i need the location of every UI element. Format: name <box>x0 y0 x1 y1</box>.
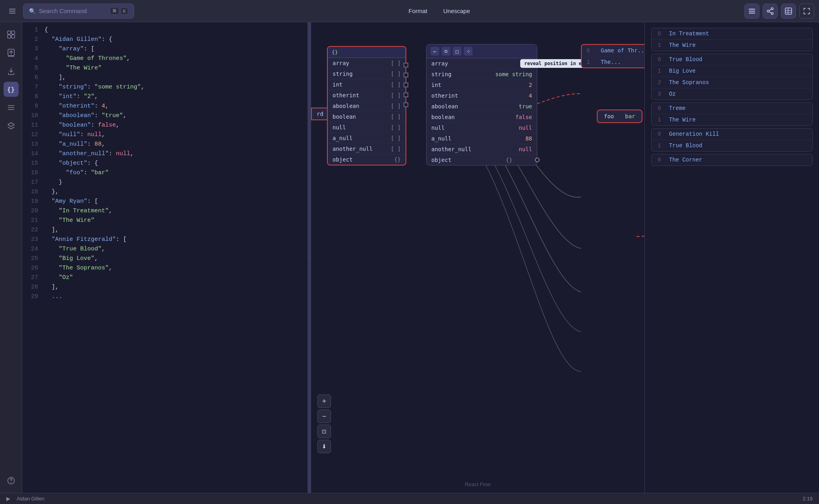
code-line-25: 25 "Big Love", <box>22 254 308 264</box>
svg-rect-0 <box>9 9 15 10</box>
node-back-btn[interactable]: ← <box>431 47 439 56</box>
node-collapse-btn[interactable]: □ <box>453 47 461 56</box>
code-line-27: 27 "Oz" <box>22 273 308 283</box>
expand-icon-btn[interactable] <box>799 4 814 19</box>
code-line-10: 10 "aboolean": "true", <box>22 111 308 121</box>
main-aidan-node[interactable]: {} array[ ] string[ ] int[ ] otherint[ ]… <box>327 46 406 165</box>
right-panel: 0 In Treatment 1 The Wire 0 True Blood 1… <box>644 22 819 493</box>
help-icon[interactable] <box>4 473 19 488</box>
detail-node[interactable]: ← ⧉ □ ⊹ array reveal position in editor … <box>426 44 537 165</box>
download-btn[interactable]: ⬇ <box>317 440 331 453</box>
main-layout: {} 1 <box>0 22 819 493</box>
svg-rect-11 <box>785 8 792 14</box>
zoom-out-btn[interactable]: − <box>317 410 331 423</box>
svg-line-10 <box>769 12 771 13</box>
share-icon-btn[interactable] <box>763 4 778 19</box>
code-line-2: 2 "Aidan Gillen": { <box>22 35 308 44</box>
hamburger-icon-btn[interactable] <box>744 4 759 19</box>
code-line-15: 15 "object": { <box>22 159 308 168</box>
code-editor[interactable]: 1 { 2 "Aidan Gillen": { 3 "array": [ 4 "… <box>22 22 308 493</box>
svg-point-25 <box>11 482 12 483</box>
code-panel: 1 { 2 "Aidan Gillen": { 3 "array": [ 4 "… <box>22 22 308 493</box>
treme-thewire-node[interactable]: 0 Treme 1 The Wire <box>651 102 813 126</box>
svg-line-9 <box>769 9 771 11</box>
table-icon-btn[interactable] <box>781 4 796 19</box>
code-line-8: 8 "int": "2", <box>22 92 308 102</box>
code-line-21: 21 "The Wire" <box>22 216 308 225</box>
download-icon[interactable] <box>4 63 19 79</box>
code-line-26: 26 "The Sopranos", <box>22 264 308 273</box>
the-corner-node[interactable]: 0 The Corner <box>651 154 813 166</box>
cursor-position: 2:19 <box>803 496 813 502</box>
svg-point-6 <box>771 8 773 10</box>
code-line-7: 7 "string": "some string", <box>22 83 308 92</box>
svg-rect-5 <box>749 13 755 13</box>
code-line-6: 6 ], <box>22 73 308 83</box>
svg-rect-1 <box>9 11 15 12</box>
code-line-4: 4 "Game of Thrones", <box>22 54 308 63</box>
zoom-controls: + − ⊡ ⬇ <box>317 394 331 453</box>
current-name: Aidan Gillen <box>17 496 44 502</box>
toolbar-center: Format Unescape <box>137 5 741 17</box>
search-icon: 🔍 <box>29 8 36 14</box>
code-line-29: 29 ... <box>22 292 308 302</box>
code-line-18: 18 }, <box>22 187 308 197</box>
code-line-11: 11 "boolean": false, <box>22 121 308 130</box>
toolbar: 🔍 Search Command ⌘ K Format Unescape <box>0 0 819 22</box>
unescape-button[interactable]: Unescape <box>440 5 473 17</box>
cmd-key: ⌘ <box>110 7 119 15</box>
code-line-22: 22 ], <box>22 225 308 235</box>
generation-kill-node[interactable]: 0 Generation Kill 1 True Blood <box>651 128 813 152</box>
list-icon[interactable] <box>4 100 19 115</box>
svg-rect-18 <box>12 35 15 38</box>
upload-icon[interactable] <box>4 45 19 60</box>
code-line-13: 13 "a_null": 88, <box>22 140 308 149</box>
search-command-input[interactable]: 🔍 Search Command ⌘ K <box>23 4 134 19</box>
amy-ryan-node[interactable]: 0 In Treatment 1 The Wire <box>651 28 813 51</box>
code-line-28: 28 ], <box>22 283 308 292</box>
node-copy-btn[interactable]: ⧉ <box>442 47 450 56</box>
code-line-3: 3 "array": [ <box>22 44 308 54</box>
code-line-14: 14 "another_null": null, <box>22 149 308 159</box>
code-line-24: 24 "True Blood", <box>22 244 308 254</box>
layout-icon[interactable] <box>4 27 19 42</box>
code-line-23: 23 "Annie Fitzgerald": [ <box>22 235 308 244</box>
code-line-12: 12 "null": null, <box>22 130 308 140</box>
fit-view-btn[interactable]: ⊡ <box>317 425 331 438</box>
node-brace-icon: {} <box>332 49 338 55</box>
foo-bar-node[interactable]: foo bar <box>597 110 642 123</box>
code-line-9: 9 "otherint": 4, <box>22 102 308 111</box>
svg-rect-17 <box>8 35 11 38</box>
svg-rect-4 <box>749 11 755 12</box>
react-flow-label: React Flow <box>465 481 490 487</box>
code-line-19: 19 "Amy Ryan": [ <box>22 197 308 206</box>
svg-rect-16 <box>12 31 15 34</box>
svg-point-7 <box>767 10 769 12</box>
svg-rect-2 <box>9 13 15 13</box>
toolbar-right <box>744 4 814 19</box>
code-line-16: 16 "foo": "bar" <box>22 168 308 178</box>
code-line-1: 1 { <box>22 25 308 35</box>
node-focus-btn[interactable]: ⊹ <box>464 47 473 56</box>
search-text: Search Command <box>39 8 107 14</box>
array-top-node[interactable]: 0 Game of Thr... 1 The... <box>581 44 644 68</box>
svg-rect-3 <box>749 9 755 10</box>
resize-handle[interactable]: ⋮ <box>308 22 311 493</box>
sidebar-icons: {} <box>0 22 22 493</box>
braces-icon[interactable]: {} <box>4 82 19 97</box>
svg-point-8 <box>771 12 773 14</box>
code-line-5: 5 "The Wire" <box>22 63 308 73</box>
code-line-20: 20 "In Treatment", <box>22 206 308 216</box>
k-key: K <box>121 8 128 15</box>
annie-fitzgerald-node[interactable]: 0 True Blood 1 Big Love 2 The Sopranos 3… <box>651 54 813 100</box>
code-line-17: 17 } <box>22 178 308 187</box>
search-shortcut: ⌘ K <box>110 7 128 15</box>
zoom-in-btn[interactable]: + <box>317 394 331 408</box>
expand-arrow[interactable]: ▶ <box>6 496 10 502</box>
sidebar-toggle-icon[interactable] <box>5 4 20 19</box>
svg-rect-15 <box>8 31 11 34</box>
layers-icon[interactable] <box>4 118 19 133</box>
flow-panel[interactable]: {} array[ ] string[ ] int[ ] otherint[ ]… <box>311 22 644 493</box>
status-bar: ▶ Aidan Gillen 2:19 <box>0 493 819 504</box>
format-button[interactable]: Format <box>405 5 431 17</box>
